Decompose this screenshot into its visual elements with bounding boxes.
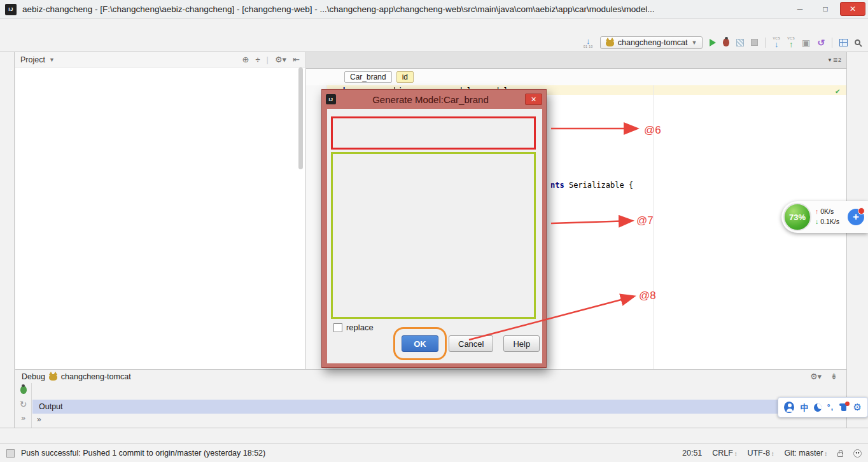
- titlebar: IJ aebiz-changcheng - [F:\changcheng\aeb…: [0, 0, 868, 19]
- maximize-button[interactable]: □: [815, 2, 836, 16]
- debug-left-toolbar: ↻ »: [15, 383, 32, 428]
- input-method-toolbar: 中 °, ⚙: [778, 397, 868, 417]
- main-toolbar: ↓01 10 changcheng-tomcat ▼ VCS↓ VCS↑ ▣ ↺: [584, 36, 863, 49]
- debug-panel-title: Debug: [22, 372, 45, 381]
- dialog-titlebar[interactable]: IJ Generate Model:Car_brand ✕: [322, 90, 546, 109]
- toolwindow-bar: [0, 428, 868, 444]
- ime-language-icon[interactable]: 中: [800, 403, 808, 412]
- vcs-commit-button[interactable]: VCS↑: [787, 37, 795, 48]
- changes-icon[interactable]: ▣: [802, 38, 810, 47]
- sort-icon[interactable]: ↓01 10: [584, 37, 593, 48]
- breadcrumb-chip-class[interactable]: Car_brand: [344, 71, 392, 83]
- package-form-group: [331, 152, 536, 319]
- ok-button[interactable]: OK: [402, 335, 438, 352]
- net-speed-widget[interactable]: 73% ↑ 0K/s ↓ 0.1K/s +: [781, 201, 868, 233]
- dialog-title: Generate Model:Car_brand: [336, 94, 525, 105]
- upload-speed: 0K/s: [820, 207, 834, 215]
- debug-config-name: changcheng-tomcat: [61, 372, 131, 381]
- refresh-icon[interactable]: ↻: [20, 400, 27, 409]
- widget-plus-button[interactable]: +: [848, 209, 864, 225]
- console-expand-icon[interactable]: »: [37, 415, 41, 424]
- more-icon[interactable]: »: [21, 414, 25, 422]
- replace-checkbox[interactable]: [333, 323, 342, 332]
- git-branch-selector[interactable]: Git: master↕: [784, 449, 827, 458]
- output-section-header[interactable]: Output: [32, 400, 846, 414]
- coverage-button[interactable]: [736, 39, 744, 46]
- replace-label: replace: [346, 323, 374, 332]
- breadcrumb-chip-field[interactable]: id: [396, 71, 414, 83]
- revert-button[interactable]: ↺: [817, 38, 825, 47]
- download-speed: 0.1K/s: [820, 218, 839, 225]
- left-toolwindow-stripe: [0, 52, 15, 428]
- run-button[interactable]: [710, 39, 716, 46]
- gear-icon[interactable]: ⚙▾: [810, 372, 822, 381]
- ime-punctuation-icon[interactable]: °,: [827, 403, 834, 412]
- dialog-body: replace OK Cancel Help: [327, 109, 542, 363]
- editor-breadcrumb: Car_brand id: [306, 69, 846, 85]
- statusbar: Push successful: Pushed 1 commit to orig…: [0, 444, 868, 462]
- chevron-down-icon: ▼: [692, 39, 697, 46]
- chevron-down-icon[interactable]: ▼: [49, 57, 55, 63]
- debug-button[interactable]: [723, 38, 729, 46]
- ime-settings-icon[interactable]: ⚙: [853, 402, 862, 413]
- code-fragment: nts Serializable {: [550, 181, 633, 190]
- right-toolwindow-stripe: [846, 52, 868, 428]
- close-button[interactable]: ✕: [840, 2, 865, 16]
- upload-arrow-icon: ↑: [815, 207, 818, 215]
- project-panel-title[interactable]: Project: [20, 55, 45, 64]
- locate-icon[interactable]: ⊕: [242, 55, 249, 64]
- tomcat-icon: [606, 40, 614, 46]
- window-title: aebiz-changcheng - [F:\changcheng\aebiz-…: [22, 4, 655, 14]
- navigation-bar: ↓01 10 changcheng-tomcat ▼ VCS↓ VCS↑ ▣ ↺: [0, 33, 868, 52]
- replace-option[interactable]: replace: [333, 323, 374, 332]
- more-tabs-icon[interactable]: ▼≡2: [827, 55, 841, 64]
- ime-skin-icon[interactable]: [839, 403, 848, 411]
- search-everywhere-button[interactable]: [855, 39, 860, 45]
- cancel-button[interactable]: Cancel: [449, 335, 493, 352]
- status-square-icon: [6, 449, 15, 458]
- minimize-button[interactable]: ─: [789, 2, 811, 16]
- editor-tabs: [306, 52, 846, 69]
- hide-panel-icon[interactable]: ⇤: [293, 55, 300, 64]
- caret-position[interactable]: 20:51: [682, 449, 702, 458]
- status-message: Push successful: Pushed 1 commit to orig…: [21, 449, 265, 458]
- app-logo-icon: IJ: [5, 4, 17, 15]
- collapse-all-icon[interactable]: ÷: [255, 55, 260, 64]
- project-panel: Project ▼ ⊕ ÷ | ⚙▾ ⇤: [15, 52, 305, 369]
- project-structure-button[interactable]: [839, 39, 848, 46]
- run-config-label: changcheng-tomcat: [618, 38, 688, 47]
- encoding-selector[interactable]: UTF-8↕: [747, 449, 774, 458]
- run-config-selector[interactable]: changcheng-tomcat ▼: [600, 36, 703, 49]
- dialog-logo-icon: IJ: [326, 94, 336, 104]
- hide-panel-icon[interactable]: ⇟: [830, 372, 837, 381]
- tomcat-icon: [49, 374, 57, 381]
- generate-options-group: [331, 116, 536, 150]
- debug-toolwindow: Debug changcheng-tomcat ⚙▾ ⇟ ↻ » Output …: [15, 369, 846, 428]
- gear-icon[interactable]: ⚙▾: [275, 55, 286, 64]
- right-margin-guide: [653, 85, 654, 369]
- generate-model-dialog: IJ Generate Model:Car_brand ✕ replace OK…: [321, 89, 547, 368]
- help-button[interactable]: Help: [503, 335, 540, 352]
- ime-mode-moon-icon[interactable]: [814, 403, 822, 412]
- project-tree: [15, 68, 305, 369]
- debug-tabs: [32, 383, 846, 400]
- ime-account-icon[interactable]: [784, 402, 794, 413]
- menubar: [0, 19, 868, 33]
- inspection-ok-icon[interactable]: ✔: [836, 87, 840, 95]
- vcs-update-button[interactable]: VCS↓: [773, 37, 780, 48]
- download-arrow-icon: ↓: [815, 218, 818, 225]
- dialog-close-button[interactable]: ✕: [525, 94, 542, 105]
- stop-button[interactable]: [751, 39, 758, 46]
- inspector-icon[interactable]: [853, 449, 862, 458]
- tree-scrollbar[interactable]: [298, 67, 303, 169]
- memory-percent-badge[interactable]: 73%: [783, 203, 811, 231]
- line-ending-selector[interactable]: CRLF↕: [712, 449, 737, 458]
- lock-icon[interactable]: [837, 452, 843, 457]
- rerun-debug-icon[interactable]: [20, 386, 27, 394]
